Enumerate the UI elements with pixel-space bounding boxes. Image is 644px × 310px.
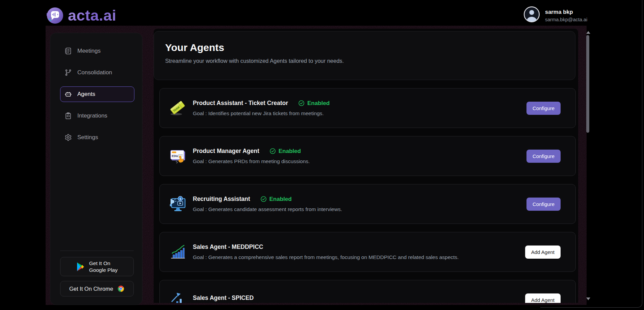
main-panel: Your Agents Streamline your workflow wit… bbox=[154, 29, 578, 303]
agent-info: Product Manager Agent Enabled Goal : Gen… bbox=[193, 148, 526, 164]
chrome-icon bbox=[117, 285, 125, 292]
agent-status: Enabled bbox=[269, 148, 301, 155]
page-header-card: Your Agents Streamline your workflow wit… bbox=[154, 31, 575, 80]
agent-card: EDU Product Manager Agent Enabled Goal :… bbox=[159, 136, 576, 176]
sidebar-item-label: Settings bbox=[77, 134, 98, 141]
agent-name: Product Manager Agent bbox=[193, 148, 259, 155]
sidebar-item-label: Consolidation bbox=[77, 69, 112, 76]
configure-button[interactable]: Configure bbox=[526, 102, 561, 115]
sidebar-divider bbox=[60, 251, 134, 251]
sidebar-item-label: Agents bbox=[77, 91, 95, 98]
sidebar-item-meetings[interactable]: Meetings bbox=[60, 43, 134, 59]
google-play-icon bbox=[76, 262, 85, 272]
agent-card: Ticket Product Assistant - Ticket Creato… bbox=[159, 88, 576, 128]
check-circle-icon bbox=[298, 100, 305, 106]
google-play-button[interactable]: Get It On Google Play bbox=[60, 257, 134, 276]
agent-name: Sales Agent - SPICED bbox=[193, 294, 254, 302]
add-agent-button[interactable]: Add Agent bbox=[525, 246, 561, 259]
agent-name: Sales Agent - MEDDPICC bbox=[193, 243, 263, 251]
sidebar-bottom: Get It On Google Play Get It On Chrome bbox=[60, 251, 134, 296]
check-circle-icon bbox=[260, 196, 267, 202]
agent-title-row: Sales Agent - SPICED bbox=[193, 294, 525, 302]
sidebar-item-settings[interactable]: Settings bbox=[60, 130, 134, 145]
page-title: Your Agents bbox=[165, 42, 575, 53]
agent-title-row: Product Assistant - Ticket Creator Enabl… bbox=[193, 100, 526, 107]
sidebar-item-integrations[interactable]: Integrations bbox=[60, 108, 134, 124]
agent-status: Enabled bbox=[260, 196, 292, 203]
add-agent-button[interactable]: Add Agent bbox=[525, 293, 561, 303]
user-menu[interactable]: sarma bkp sarma.bkp@acta.ai bbox=[524, 6, 587, 22]
logo[interactable]: acta.ai bbox=[47, 7, 117, 24]
user-name: sarma bkp bbox=[545, 9, 587, 15]
play-button-line1: Get It On bbox=[89, 260, 118, 266]
configure-button[interactable]: Configure bbox=[526, 198, 561, 211]
play-button-line2: Google Play bbox=[89, 267, 118, 273]
sidebar-item-consolidation[interactable]: Consolidation bbox=[60, 65, 134, 80]
agent-status: Enabled bbox=[298, 100, 330, 107]
ticket-icon: Ticket bbox=[169, 99, 187, 117]
sidebar-item-label: Meetings bbox=[77, 48, 101, 54]
agent-goal: Goal : Generates PRDs from meeting discu… bbox=[193, 158, 526, 164]
user-avatar bbox=[524, 6, 540, 22]
agent-title-row: Product Manager Agent Enabled bbox=[193, 148, 526, 155]
sales-chart-icon bbox=[169, 243, 187, 261]
scrollbar-up-arrow[interactable] bbox=[586, 31, 590, 34]
agent-info: Sales Agent - SPICED bbox=[193, 294, 525, 303]
acta-logo-icon bbox=[47, 7, 63, 24]
agent-card: Sales Agent - SPICED Add Agent bbox=[159, 280, 576, 303]
configure-button[interactable]: Configure bbox=[526, 150, 561, 163]
agent-title-row: Recruiting Assistant Enabled bbox=[193, 196, 526, 203]
scrollbar-down-arrow[interactable] bbox=[586, 298, 590, 300]
sales-growth-icon bbox=[169, 291, 187, 303]
gear-icon bbox=[65, 134, 72, 141]
svg-text:$: $ bbox=[179, 197, 181, 201]
chrome-button[interactable]: Get It On Chrome bbox=[60, 281, 134, 296]
agent-info: Product Assistant - Ticket Creator Enabl… bbox=[193, 100, 526, 117]
top-bar: acta.ai sarma bkp sarma.bkp@acta.ai bbox=[0, 0, 644, 29]
agent-goal: Goal : Identifies potential new Jira tic… bbox=[193, 110, 526, 117]
recruiting-monitor-icon: $ bbox=[169, 195, 187, 213]
sidebar-item-label: Integrations bbox=[77, 112, 107, 119]
logo-text: acta.ai bbox=[68, 7, 117, 24]
branch-icon bbox=[65, 69, 72, 76]
agent-goal: Goal : Generates a comprehensive sales r… bbox=[193, 254, 525, 260]
agent-info: Recruiting Assistant Enabled Goal : Gene… bbox=[193, 196, 526, 212]
agent-info: Sales Agent - MEDDPICC Goal : Generates … bbox=[193, 243, 525, 260]
agent-title-row: Sales Agent - MEDDPICC bbox=[193, 243, 525, 251]
check-circle-icon bbox=[269, 148, 276, 154]
page-subtitle: Streamline your workflow with customized… bbox=[165, 58, 575, 64]
chrome-button-label: Get It On Chrome bbox=[69, 286, 113, 292]
agent-card: Sales Agent - MEDDPICC Goal : Generates … bbox=[159, 232, 576, 272]
sidebar-nav: Meetings Consolidation Agents Integrat bbox=[50, 33, 142, 145]
agent-status-label: Enabled bbox=[269, 196, 292, 203]
notebook-icon bbox=[65, 47, 72, 55]
agent-name: Recruiting Assistant bbox=[193, 196, 250, 203]
agent-name: Product Assistant - Ticket Creator bbox=[193, 100, 288, 107]
user-email: sarma.bkp@acta.ai bbox=[545, 17, 587, 22]
agent-status-label: Enabled bbox=[279, 148, 301, 155]
agent-goal: Goal : Generates candidate assessment re… bbox=[193, 206, 526, 212]
sidebar-item-agents[interactable]: Agents bbox=[60, 86, 134, 102]
edu-card-icon: EDU bbox=[169, 147, 187, 165]
agent-card: $ Recruiting Assistant Enabled Goal : Ge… bbox=[159, 184, 576, 224]
svg-text:EDU: EDU bbox=[172, 154, 178, 158]
agents-list: Ticket Product Assistant - Ticket Creato… bbox=[159, 88, 576, 303]
robot-icon bbox=[65, 91, 72, 98]
sidebar: Meetings Consolidation Agents Integrat bbox=[50, 33, 143, 305]
agent-status-label: Enabled bbox=[307, 100, 330, 107]
scrollbar-thumb[interactable] bbox=[586, 35, 589, 133]
clipboard-code-icon bbox=[65, 112, 72, 120]
